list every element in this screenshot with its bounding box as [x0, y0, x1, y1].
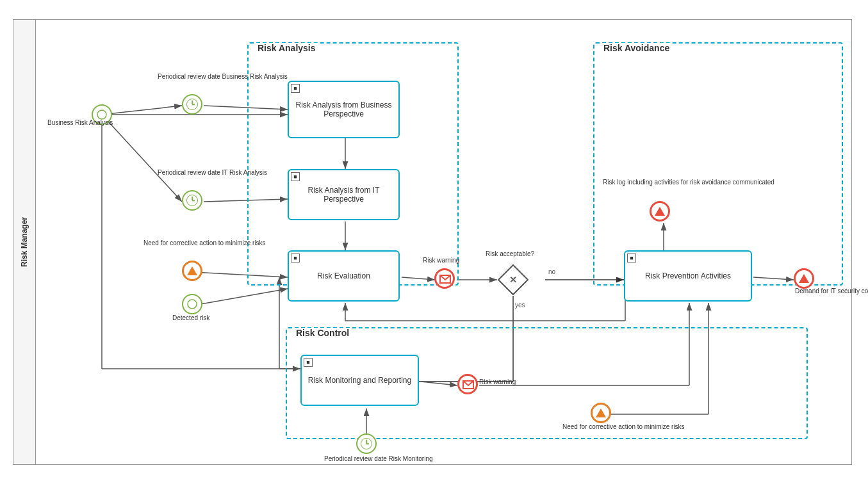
event-label-risk-log: Risk log including activities for risk a…	[603, 179, 702, 186]
event-label-periodic-monitoring: Periodical review date Risk Monitoring	[324, 455, 401, 462]
process-risk-prevention[interactable]: ■ Risk Prevention Activities	[624, 250, 752, 302]
group-risk-control-label: Risk Control	[293, 328, 352, 338]
event-label-periodic-it: Periodical review date IT Risk Analysis	[158, 169, 222, 176]
gateway-label-risk-acceptable: Risk acceptable?	[471, 250, 548, 257]
timer-icon-monitoring	[361, 438, 372, 449]
event-label-detected-risk: Detected risk	[172, 314, 209, 321]
process-risk-evaluation[interactable]: ■ Risk Evaluation	[288, 250, 400, 302]
process-risk-analysis-it[interactable]: ■ Risk Analysis from IT Perspective	[288, 169, 400, 220]
event-periodic-review-business	[182, 94, 202, 115]
swimlane: Risk Manager	[13, 19, 852, 465]
svg-line-2	[102, 106, 182, 115]
triangle-icon-corrective-end	[596, 408, 606, 417]
event-label-corrective-end: Need for corrective action to minimize r…	[562, 423, 639, 430]
gateway-no-label: no	[548, 268, 555, 275]
group-risk-avoidance: Risk Avoidance	[593, 42, 843, 286]
event-label-risk-warning-eval: Risk warning	[423, 257, 459, 264]
task-marker-eval: ■	[291, 254, 300, 262]
event-demand-it-security	[794, 268, 814, 289]
svg-point-33	[97, 110, 106, 119]
swimlane-content: Risk Analysis Risk Avoidance Risk Contro…	[36, 20, 851, 464]
event-risk-log	[650, 201, 670, 222]
svg-line-10	[193, 289, 288, 305]
event-corrective-end	[591, 403, 611, 423]
event-label-business-risk: Business Risk Analysis	[47, 119, 92, 126]
event-periodic-review-it	[182, 190, 202, 211]
triangle-icon-demand	[799, 274, 809, 283]
event-risk-warning-monitor	[457, 374, 478, 394]
event-risk-warning-eval	[434, 268, 455, 289]
event-periodic-monitoring	[356, 433, 377, 454]
task-marker-prev: ■	[627, 254, 636, 262]
task-marker-business: ■	[291, 84, 300, 93]
task-marker-it: ■	[291, 172, 300, 181]
event-label-risk-warning-monitor: Risk warning	[479, 378, 516, 385]
timer-icon-it	[186, 195, 198, 206]
group-risk-avoidance-label: Risk Avoidance	[601, 43, 672, 53]
triangle-icon-log	[655, 207, 665, 216]
event-corrective-action	[182, 261, 202, 281]
swimlane-label: Risk Manager	[13, 20, 36, 464]
triangle-icon-corrective	[187, 266, 197, 275]
event-label-periodic-business: Periodical review date Business Risk Ana…	[158, 73, 222, 80]
event-label-corrective-action: Need for corrective action to minimize r…	[143, 239, 220, 246]
task-marker-monitor: ■	[304, 358, 313, 367]
svg-point-34	[188, 300, 197, 309]
gateway-yes-label: yes	[515, 302, 525, 309]
svg-text:✕: ✕	[509, 275, 517, 285]
process-risk-analysis-business[interactable]: ■ Risk Analysis from Business Perspectiv…	[288, 81, 400, 138]
event-detected-risk	[182, 294, 202, 314]
canvas: Risk Manager	[0, 0, 868, 484]
gateway-risk-acceptable: ✕	[497, 264, 529, 296]
swimlane-title: Risk Manager	[20, 217, 29, 267]
process-risk-monitoring[interactable]: ■ Risk Monitoring and Reporting	[300, 355, 419, 406]
svg-line-5	[102, 115, 182, 202]
event-label-demand-it: Demand for IT security control	[795, 287, 868, 294]
group-risk-analysis-label: Risk Analysis	[255, 43, 318, 53]
timer-icon-business	[186, 99, 198, 110]
